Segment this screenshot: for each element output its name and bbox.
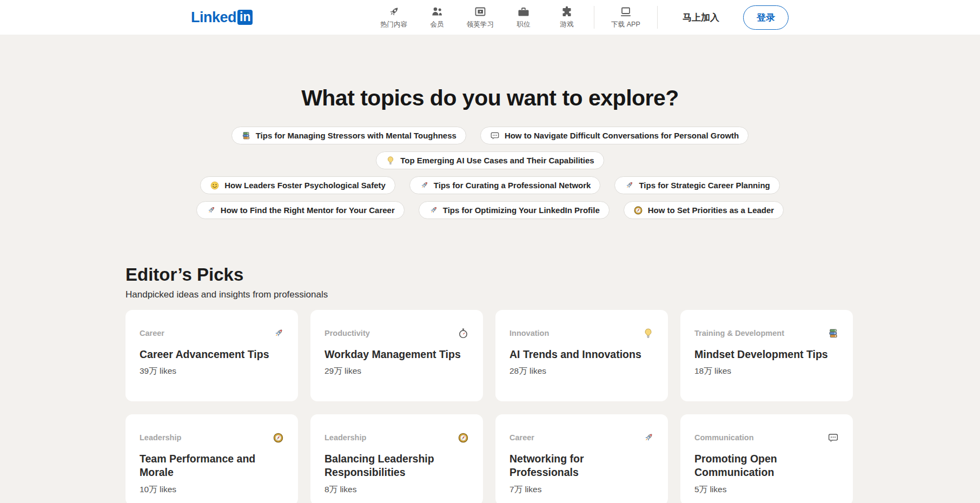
- topic-pill-label: Tips for Managing Stressors with Mental …: [256, 131, 456, 140]
- editors-pick-card[interactable]: Communication Promoting Open Communicati…: [680, 414, 853, 503]
- card-title: Team Performance and Morale: [140, 452, 284, 480]
- linkedin-logo[interactable]: Linked in: [191, 9, 253, 26]
- sign-in-button[interactable]: 登录: [743, 5, 789, 30]
- compass-icon: [458, 432, 469, 444]
- main-nav: 热门内容 会员 领英学习 职位 游戏: [372, 5, 588, 29]
- editors-pick-card[interactable]: Career Networking for Professionals 7万 l…: [495, 414, 668, 503]
- card-likes: 7万 likes: [509, 484, 654, 495]
- nav-item-label: 职位: [517, 20, 531, 29]
- topic-pill-label: Tips for Optimizing Your LinkedIn Profil…: [443, 206, 600, 215]
- puzzle-icon: [560, 5, 573, 18]
- top-nav-bar: Linked in 热门内容 会员 领英学习 职位 游戏 下载 APP 马上加入…: [0, 0, 980, 35]
- topic-pill-row: How to Find the Right Mentor for Your Ca…: [0, 201, 980, 219]
- card-category: Leadership: [325, 433, 366, 442]
- smiley-icon: [210, 181, 220, 190]
- topic-pill[interactable]: Top Emerging AI Use Cases and Their Capa…: [376, 151, 604, 169]
- topic-pill[interactable]: How to Find the Right Mentor for Your Ca…: [196, 201, 405, 219]
- topic-pill[interactable]: How to Set Priorities as a Leader: [624, 201, 784, 219]
- card-likes: 18万 likes: [694, 366, 839, 377]
- card-likes: 10万 likes: [140, 484, 284, 495]
- card-title: Networking for Professionals: [509, 452, 654, 480]
- linkedin-logo-in-box: in: [237, 10, 253, 25]
- topic-pill[interactable]: Tips for Strategic Career Planning: [614, 176, 779, 194]
- topic-pill-row: Top Emerging AI Use Cases and Their Capa…: [0, 151, 980, 169]
- nav-item-label: 游戏: [560, 20, 574, 29]
- card-category: Innovation: [509, 329, 549, 337]
- people-icon: [431, 5, 443, 18]
- compass-icon: [633, 206, 643, 215]
- card-title: Career Advancement Tips: [140, 348, 284, 361]
- topic-pill-label: Tips for Strategic Career Planning: [639, 181, 770, 190]
- nav-item-trending[interactable]: 热门内容: [372, 5, 415, 29]
- books-icon: [827, 328, 839, 339]
- linkedin-logo-word: Linked: [191, 9, 236, 26]
- nav-item-label: 下载 APP: [611, 20, 640, 29]
- nav-item-members[interactable]: 会员: [415, 5, 459, 29]
- nav-item-label: 热门内容: [380, 20, 407, 29]
- card-category: Productivity: [325, 329, 370, 337]
- rocket-color-icon: [624, 181, 634, 190]
- topic-pill[interactable]: Tips for Curating a Professional Network: [409, 176, 601, 194]
- nav-item-games[interactable]: 游戏: [545, 5, 588, 29]
- editors-pick-card[interactable]: Career Career Advancement Tips 39万 likes: [125, 310, 298, 401]
- editors-pick-card[interactable]: Training & Development Mindset Developme…: [680, 310, 853, 401]
- topic-pill-label: Tips for Curating a Professional Network: [434, 181, 591, 190]
- rocket-color-icon: [273, 328, 284, 339]
- rocket-color-icon: [419, 181, 429, 190]
- bulb-icon: [643, 328, 654, 339]
- nav-item-jobs[interactable]: 职位: [502, 5, 545, 29]
- topic-pill[interactable]: Tips for Managing Stressors with Mental …: [231, 127, 466, 144]
- topic-pill[interactable]: How to Navigate Difficult Conversations …: [480, 127, 749, 144]
- topic-pill-rows: Tips for Managing Stressors with Mental …: [0, 127, 980, 219]
- speech-icon: [827, 432, 839, 444]
- topic-pill-label: Top Emerging AI Use Cases and Their Capa…: [400, 156, 594, 165]
- editors-pick-card[interactable]: Leadership Balancing Leadership Responsi…: [310, 414, 483, 503]
- topic-pill-label: How to Navigate Difficult Conversations …: [505, 131, 739, 140]
- nav-item-learning[interactable]: 领英学习: [459, 5, 502, 29]
- card-category: Leadership: [140, 433, 181, 442]
- card-title: Workday Management Tips: [325, 348, 469, 361]
- editors-picks-title: Editor’s Picks: [125, 264, 853, 285]
- bulb-icon: [386, 156, 395, 166]
- card-title: Promoting Open Communication: [694, 452, 839, 480]
- card-title: Mindset Development Tips: [694, 348, 839, 361]
- topic-pill-label: How Leaders Foster Psychological Safety: [224, 181, 386, 190]
- editors-pick-card[interactable]: Innovation AI Trends and Innovations 28万…: [495, 310, 668, 401]
- card-likes: 5万 likes: [694, 484, 839, 495]
- briefcase-icon: [517, 5, 530, 18]
- topic-pill-row: Tips for Managing Stressors with Mental …: [0, 127, 980, 144]
- editors-picks-section: Editor’s Picks Handpicked ideas and insi…: [125, 264, 853, 503]
- topic-pill[interactable]: How Leaders Foster Psychological Safety: [200, 176, 395, 194]
- compass-icon: [273, 432, 284, 444]
- nav-item-label: 会员: [431, 20, 444, 29]
- nav-item-label: 领英学习: [467, 20, 494, 29]
- learning-icon: [474, 5, 487, 18]
- card-category: Communication: [694, 433, 754, 442]
- nav-item-download-app[interactable]: 下载 APP: [600, 5, 652, 29]
- books-icon: [241, 131, 251, 141]
- editors-pick-card[interactable]: Leadership Team Performance and Morale 1…: [125, 414, 298, 503]
- page-title: What topics do you want to explore?: [0, 85, 980, 111]
- card-likes: 28万 likes: [509, 366, 654, 377]
- explore-topics-section: What topics do you want to explore? Tips…: [0, 85, 980, 219]
- rocket-color-icon: [643, 432, 654, 444]
- join-now-link[interactable]: 马上加入: [683, 11, 719, 24]
- editors-pick-card[interactable]: Productivity Workday Management Tips 29万…: [310, 310, 483, 401]
- card-likes: 8万 likes: [325, 484, 469, 495]
- card-category: Career: [140, 329, 164, 337]
- topic-pill-label: How to Set Priorities as a Leader: [648, 206, 774, 215]
- nav-divider: [657, 6, 658, 29]
- card-category: Training & Development: [694, 329, 784, 337]
- card-title: Balancing Leadership Responsibilities: [325, 452, 469, 480]
- card-likes: 39万 likes: [140, 366, 284, 377]
- topic-pill[interactable]: Tips for Optimizing Your LinkedIn Profil…: [419, 201, 610, 219]
- speech-icon: [490, 131, 500, 141]
- topic-pill-row: How Leaders Foster Psychological Safety …: [0, 176, 980, 194]
- card-likes: 29万 likes: [325, 366, 469, 377]
- card-title: AI Trends and Innovations: [509, 348, 654, 361]
- editors-picks-subtitle: Handpicked ideas and insights from profe…: [125, 289, 853, 300]
- editors-picks-grid: Career Career Advancement Tips 39万 likes…: [125, 310, 853, 503]
- laptop-icon: [619, 5, 632, 18]
- stopwatch-icon: [458, 328, 469, 339]
- topic-pill-label: How to Find the Right Mentor for Your Ca…: [221, 206, 395, 215]
